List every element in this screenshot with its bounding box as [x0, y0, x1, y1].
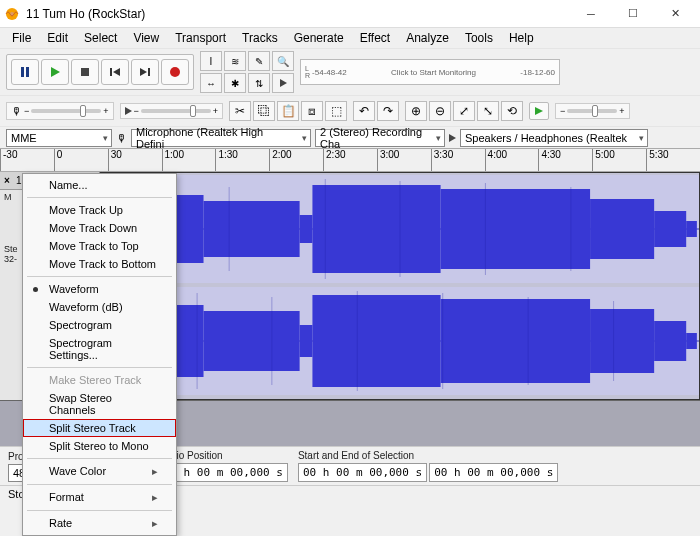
menu-edit[interactable]: Edit: [39, 29, 76, 47]
record-volume-slider[interactable]: 🎙 − +: [6, 102, 114, 120]
menu-generate[interactable]: Generate: [286, 29, 352, 47]
ctx-spectrogram[interactable]: Spectrogram: [23, 316, 176, 334]
svg-rect-5: [110, 68, 112, 76]
zoom-toggle-button[interactable]: ⟲: [501, 101, 523, 121]
silence-button[interactable]: ⬚: [325, 101, 347, 121]
svg-rect-38: [686, 333, 697, 349]
audio-host-dropdown[interactable]: MME: [6, 129, 112, 147]
selection-start-counter[interactable]: 00 h 00 m 00,000 s: [298, 463, 427, 482]
svg-rect-16: [441, 189, 591, 269]
undo-redo-toolbar: ↶ ↷: [353, 101, 399, 121]
menu-select[interactable]: Select: [76, 29, 125, 47]
svg-rect-3: [26, 67, 29, 77]
play-speed-slider[interactable]: [567, 109, 617, 113]
menu-transport[interactable]: Transport: [167, 29, 234, 47]
zoom-fit-button[interactable]: ⤡: [477, 101, 499, 121]
waveform-right-channel: [101, 287, 699, 395]
toolbar-row-2: 🎙 − + − + ✂ ⿻ 📋 ⧈ ⬚ ↶ ↷ ⊕ ⊖ ⤢ ⤡ ⟲ − +: [0, 95, 700, 126]
maximize-button[interactable]: ☐: [612, 0, 654, 28]
titlebar: 11 Tum Ho (RockStar) ─ ☐ ✕: [0, 0, 700, 28]
tool-extra-1[interactable]: ⇅: [248, 73, 270, 93]
cut-button[interactable]: ✂: [229, 101, 251, 121]
ctx-move-track-down[interactable]: Move Track Down: [23, 219, 176, 237]
audio-position-label: Audio Position: [159, 450, 288, 461]
speaker-tool-icon[interactable]: [272, 73, 294, 93]
channels-dropdown[interactable]: 2 (Stereo) Recording Cha: [315, 129, 445, 147]
zoom-selection-button[interactable]: ⤢: [453, 101, 475, 121]
svg-rect-32: [204, 311, 300, 371]
svg-rect-4: [81, 68, 89, 76]
zoom-in-button[interactable]: ⊕: [405, 101, 427, 121]
svg-rect-2: [21, 67, 24, 77]
transport-toolbar: [6, 54, 194, 90]
multi-tool[interactable]: ✱: [224, 73, 246, 93]
menu-tracks[interactable]: Tracks: [234, 29, 286, 47]
ctx-format[interactable]: Format▸: [23, 488, 176, 507]
svg-rect-18: [654, 211, 686, 247]
menu-file[interactable]: File: [4, 29, 39, 47]
zoom-tool[interactable]: 🔍: [272, 51, 294, 71]
ctx-waveform-db[interactable]: Waveform (dB): [23, 298, 176, 316]
svg-rect-14: [300, 215, 313, 243]
stop-button[interactable]: [71, 59, 99, 85]
play-button[interactable]: [41, 59, 69, 85]
ctx-rate[interactable]: Rate▸: [23, 514, 176, 533]
timeline-ruler[interactable]: -30 0 30 1:00 1:30 2:00 2:30 3:00 3:30 4…: [0, 148, 700, 172]
play-at-speed-button[interactable]: [529, 102, 549, 120]
redo-button[interactable]: ↷: [377, 101, 399, 121]
ctx-swap-stereo-channels[interactable]: Swap Stereo Channels: [23, 389, 176, 419]
mic-icon: 🎙: [11, 105, 22, 117]
menu-help[interactable]: Help: [501, 29, 542, 47]
close-button[interactable]: ✕: [654, 0, 696, 28]
menu-view[interactable]: View: [125, 29, 167, 47]
ctx-move-track-up[interactable]: Move Track Up: [23, 201, 176, 219]
copy-button[interactable]: ⿻: [253, 101, 275, 121]
ctx-wave-color[interactable]: Wave Color▸: [23, 462, 176, 481]
envelope-tool[interactable]: ≋: [224, 51, 246, 71]
ctx-split-stereo-to-mono[interactable]: Split Stereo to Mono: [23, 437, 176, 455]
undo-button[interactable]: ↶: [353, 101, 375, 121]
waveform-left-channel: [101, 175, 699, 283]
ctx-move-track-to-bottom[interactable]: Move Track to Bottom: [23, 255, 176, 273]
ctx-waveform[interactable]: Waveform: [23, 280, 176, 298]
menubar: File Edit Select View Transport Tracks G…: [0, 28, 700, 48]
selection-end-counter[interactable]: 00 h 00 m 00,000 s: [429, 463, 558, 482]
svg-rect-15: [312, 185, 440, 273]
svg-rect-17: [590, 199, 654, 259]
tools-toolbar: I ≋ ✎ 🔍 ↔ ✱ ⇅: [200, 51, 294, 93]
ctx-move-track-to-top[interactable]: Move Track to Top: [23, 237, 176, 255]
output-device-dropdown[interactable]: Speakers / Headphones (Realtek: [460, 129, 648, 147]
waveform-display[interactable]: [100, 172, 700, 400]
mic-device-icon: 🎙: [116, 132, 127, 144]
speaker-icon: [125, 107, 132, 115]
ctx-spectrogram-settings[interactable]: Spectrogram Settings...: [23, 334, 176, 364]
record-meter[interactable]: LR -54-48-42Click to Start Monitoring-18…: [300, 59, 560, 85]
pause-button[interactable]: [11, 59, 39, 85]
menu-separator: [27, 367, 172, 368]
menu-tools[interactable]: Tools: [457, 29, 501, 47]
minimize-button[interactable]: ─: [570, 0, 612, 28]
menu-effect[interactable]: Effect: [352, 29, 398, 47]
menu-separator: [27, 276, 172, 277]
svg-rect-37: [654, 321, 686, 361]
trim-button[interactable]: ⧈: [301, 101, 323, 121]
svg-point-7: [170, 67, 180, 77]
input-device-dropdown[interactable]: Microphone (Realtek High Defini: [131, 129, 311, 147]
zoom-out-button[interactable]: ⊖: [429, 101, 451, 121]
skip-end-button[interactable]: [131, 59, 159, 85]
timeshift-tool[interactable]: ↔: [200, 73, 222, 93]
draw-tool[interactable]: ✎: [248, 51, 270, 71]
track-close-button[interactable]: ×: [0, 175, 14, 186]
track-context-menu: Name...Move Track UpMove Track DownMove …: [22, 173, 177, 536]
ctx-split-stereo-track[interactable]: Split Stereo Track: [23, 419, 176, 437]
selection-tool[interactable]: I: [200, 51, 222, 71]
audio-position-counter[interactable]: 00 h 00 m 00,000 s: [159, 463, 288, 482]
toolbar-row-1: I ≋ ✎ 🔍 ↔ ✱ ⇅ LR -54-48-42Click to Start…: [0, 48, 700, 95]
playback-volume-slider[interactable]: − +: [120, 103, 224, 119]
ctx-name[interactable]: Name...: [23, 176, 176, 194]
menu-analyze[interactable]: Analyze: [398, 29, 457, 47]
window-title: 11 Tum Ho (RockStar): [26, 7, 570, 21]
record-button[interactable]: [161, 59, 189, 85]
paste-button[interactable]: 📋: [277, 101, 299, 121]
skip-start-button[interactable]: [101, 59, 129, 85]
